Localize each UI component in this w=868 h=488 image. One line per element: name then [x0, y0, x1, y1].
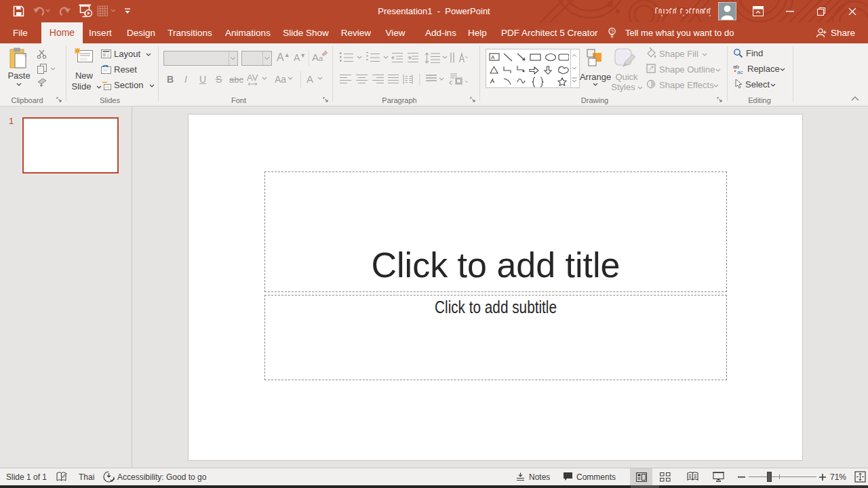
svg-text:ac: ac [737, 69, 743, 75]
svg-text:A: A [491, 54, 495, 60]
